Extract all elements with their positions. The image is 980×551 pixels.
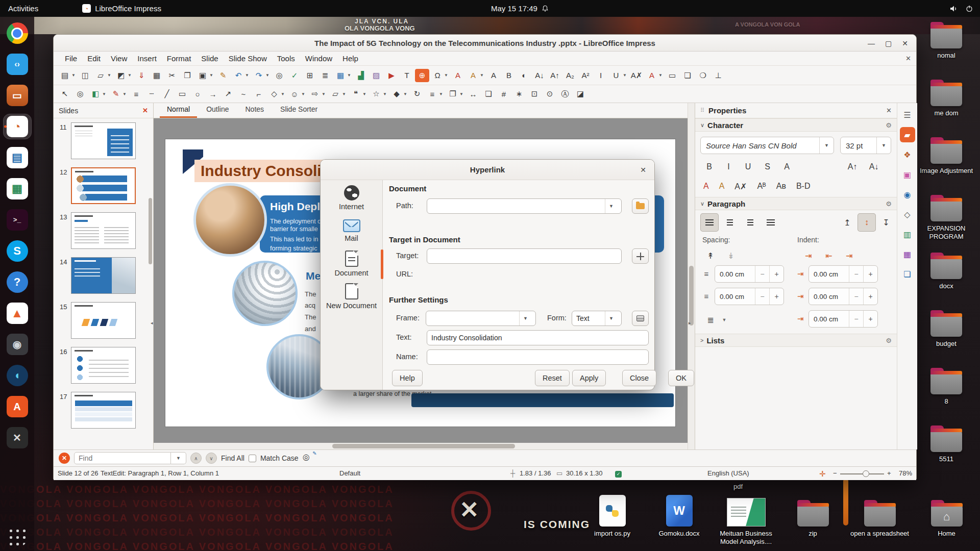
vscode[interactable]: ‹›	[4, 52, 31, 77]
desktop-folder[interactable]: budget	[916, 308, 977, 365]
hyperlink-type-item[interactable]: New Document	[321, 278, 382, 311]
round-callout[interactable]: ❍ ▼	[696, 69, 710, 82]
view-tab[interactable]: Normal	[160, 103, 197, 118]
dropdown-arrow-icon[interactable]: ▼	[439, 92, 444, 96]
dropdown-arrow-icon[interactable]: ▼	[245, 73, 250, 78]
slide-photo-circle-hands[interactable]	[193, 183, 267, 257]
slides-panel-scrollbar[interactable]	[149, 198, 152, 264]
dialog-titlebar[interactable]: Hyperlink ✕	[321, 160, 654, 180]
char-spacing[interactable]: B-D	[794, 179, 813, 194]
align-justify-button[interactable]	[762, 213, 780, 232]
slide-style-status[interactable]: Default	[339, 469, 360, 477]
increment-button[interactable]: +	[863, 266, 877, 282]
paragraph-section-header[interactable]: ∨ Paragraph ⚙	[695, 197, 897, 210]
slide-thumbnail-item[interactable]: 12	[54, 165, 153, 210]
screenshot-tool[interactable]: ◉	[4, 332, 31, 357]
target-in-document-button[interactable]	[632, 248, 649, 264]
grow-font[interactable]: A↑	[844, 159, 861, 174]
dropdown-arrow-icon[interactable]: ▼	[322, 92, 327, 96]
menu-item[interactable]: Slide Show	[224, 53, 272, 64]
chevron-down-icon[interactable]: ▼	[605, 311, 617, 325]
extrusion[interactable]: ◪ ▼	[573, 87, 587, 101]
grow-font[interactable]: A↑ ▼	[548, 69, 562, 82]
increment-button[interactable]: +	[863, 288, 877, 305]
chrome[interactable]	[4, 21, 31, 45]
desktop-item[interactable]: ⌂ Home	[913, 491, 980, 546]
vlc[interactable]: ▲	[4, 301, 31, 325]
hanging-indent-button[interactable]: ⇥	[841, 248, 857, 263]
app-grid-button[interactable]	[7, 527, 26, 546]
indent-spinner[interactable]: 0.00 cm−+	[808, 265, 878, 283]
arrange[interactable]: ❐ ▼	[446, 87, 465, 101]
character-section-header[interactable]: ∨ Character ⚙	[695, 118, 897, 132]
dropdown-arrow-icon[interactable]: ▼	[383, 92, 388, 96]
hyperlink-type-item[interactable]: Document	[321, 245, 382, 278]
points[interactable]: ⊡ ▼	[527, 87, 542, 101]
tab-shapes[interactable]: ◇	[900, 207, 915, 222]
dropdown-arrow-icon[interactable]: ▼	[362, 92, 368, 96]
shadow-toggle[interactable]: ❏ ▼	[481, 87, 496, 101]
symbol-shapes[interactable]: ☺ ▼	[287, 87, 307, 101]
insert-hyperlink[interactable]: ⊕ ▼	[415, 69, 429, 82]
font-color[interactable]: A ▼	[451, 69, 465, 82]
slide-photo-circle-interior[interactable]	[232, 261, 298, 326]
dropdown-arrow-icon[interactable]: ▼	[122, 92, 128, 96]
tab-transition[interactable]: ❏	[900, 266, 915, 282]
desktop-item[interactable]: import os.py	[579, 491, 646, 546]
dropdown-arrow-icon[interactable]: ▼	[623, 73, 628, 78]
menu-item[interactable]: File	[60, 53, 82, 64]
vertical-scrollbar[interactable]	[688, 103, 695, 449]
find-and-replace-button[interactable]: ◎✎	[303, 452, 316, 464]
document-close-icon[interactable]: ✕	[905, 55, 911, 62]
line-spacing-button[interactable]: ≣	[702, 312, 719, 328]
zoom[interactable]: ◎ ▼	[73, 87, 87, 101]
dropdown-arrow-icon[interactable]: ▼	[342, 92, 347, 96]
insert-table[interactable]: ▦ ▼	[333, 69, 353, 82]
insert-media[interactable]: ▶ ▼	[384, 69, 399, 82]
properties-close-icon[interactable]: ✕	[886, 107, 892, 114]
font-size-combobox[interactable]: 32 pt ▼	[840, 137, 891, 154]
unknown-app[interactable]: ✕	[4, 425, 31, 450]
dropdown-arrow-icon[interactable]: ▼	[209, 73, 214, 78]
spelling[interactable]: ✓ ▼	[287, 69, 302, 82]
underline[interactable]: U	[740, 159, 756, 174]
underline[interactable]: U ▼	[609, 69, 628, 82]
desktop-folder[interactable]: EXPANSION PROGRAM	[916, 192, 977, 250]
reset-button[interactable]: Reset	[535, 370, 570, 386]
desktop-folder[interactable]: docx	[916, 250, 977, 308]
name-input[interactable]	[427, 349, 649, 365]
menu-item[interactable]: Slide	[196, 53, 223, 64]
distribute[interactable]: ↔ ▼	[466, 87, 480, 101]
find-input[interactable]	[74, 452, 171, 464]
tab-properties[interactable]: ▰	[900, 127, 915, 142]
slides-panel-close-icon[interactable]: ✕	[142, 107, 148, 114]
clear-formatting[interactable]: A✗ ▼	[629, 69, 644, 82]
ok-button[interactable]: OK	[668, 370, 694, 386]
save[interactable]: ◩ ▼	[114, 69, 133, 82]
slide-thumbnail-item[interactable]: 16	[54, 345, 153, 390]
insert-chart[interactable]: ▟ ▼	[354, 69, 368, 82]
line-width[interactable]: ≡ ▼	[129, 87, 143, 101]
chevron-down-icon[interactable]: ▼	[519, 311, 531, 325]
desktop-folder[interactable]: 8	[916, 365, 977, 423]
form-combobox[interactable]: Text ▼	[572, 311, 622, 326]
dropdown-arrow-icon[interactable]: ▼	[71, 73, 77, 78]
dropdown-arrow-icon[interactable]: ▼	[265, 73, 271, 78]
pdf-file-label[interactable]: pdf	[733, 483, 743, 491]
slide-thumbnail-item[interactable]: 13	[54, 210, 153, 255]
shadow[interactable]: ◐ ▼	[517, 69, 531, 82]
match-case-checkbox[interactable]	[249, 455, 256, 462]
dropdown-arrow-icon[interactable]: ▼	[459, 92, 464, 96]
glue-points[interactable]: ⊙ ▼	[543, 87, 557, 101]
menu-item[interactable]: View	[106, 53, 132, 64]
spacing-spinner[interactable]: 0.00 cm−+	[715, 265, 784, 283]
paste[interactable]: ▣ ▼	[195, 69, 215, 82]
desktop-item[interactable]: Gomoku.docx	[646, 491, 713, 546]
gear-icon[interactable]: ⚙	[886, 337, 892, 344]
tab-styles[interactable]: ❖	[900, 147, 915, 162]
libreoffice-calc[interactable]: ▦	[4, 177, 31, 201]
tab-animation[interactable]: ▦	[900, 246, 915, 262]
rectangle-shape[interactable]: ▭ ▼	[665, 69, 679, 82]
open[interactable]: ▱ ▼	[93, 69, 113, 82]
dropdown-arrow-icon[interactable]: ▼	[128, 73, 133, 78]
